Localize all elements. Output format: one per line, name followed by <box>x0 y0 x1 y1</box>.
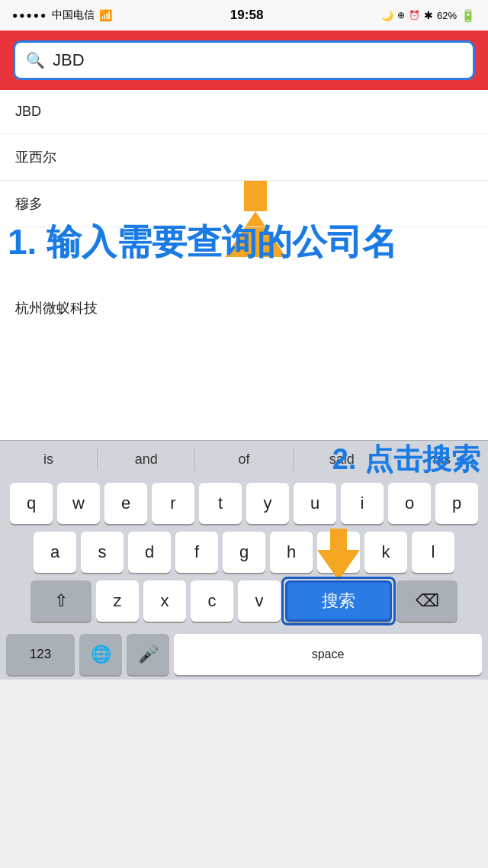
result-item-3[interactable]: 杭州微蚁科技 <box>15 299 98 317</box>
key-e[interactable]: e <box>104 483 147 524</box>
status-bar: ●●●●● 中国电信 📶 19:58 🌙 ⊕ ⏰ ✱ 62% 🔋 <box>0 0 488 31</box>
results-area: JBD 亚西尔 <box>0 90 488 181</box>
key-d[interactable]: d <box>128 532 171 573</box>
bluetooth-icon: ✱ <box>424 9 433 21</box>
key-v[interactable]: v <box>238 580 281 622</box>
battery-percent: 62% <box>437 10 457 21</box>
annotation-area: 穆多 1. 输入需要查询的公司名 杭州微蚁科技 <box>0 181 488 440</box>
search-box[interactable]: 🔍 JBD <box>13 40 475 80</box>
key-g[interactable]: g <box>223 532 265 573</box>
key-t[interactable]: t <box>199 483 242 524</box>
key-space[interactable]: space <box>174 634 482 675</box>
key-123[interactable]: 123 <box>6 634 75 675</box>
key-backspace[interactable]: ⌫ <box>396 580 458 622</box>
status-right: 🌙 ⊕ ⏰ ✱ 62% 🔋 <box>381 8 476 23</box>
annotation-1-number: 1. <box>8 222 37 262</box>
search-btn-container: 搜索 <box>285 580 392 622</box>
carrier-label: 中国电信 <box>52 8 95 22</box>
key-z[interactable]: z <box>96 580 139 622</box>
key-q[interactable]: q <box>10 483 53 524</box>
suggestion-of[interactable]: of <box>195 452 292 468</box>
key-c[interactable]: c <box>191 580 233 622</box>
wifi-icon: 📶 <box>99 9 112 21</box>
status-time: 19:58 <box>230 8 263 23</box>
result-item-1[interactable]: 亚西尔 <box>0 134 488 181</box>
key-i[interactable]: i <box>341 483 384 524</box>
key-u[interactable]: u <box>294 483 336 524</box>
key-k[interactable]: k <box>364 532 407 573</box>
search-input[interactable]: JBD <box>53 50 462 70</box>
key-mic[interactable]: 🎤 <box>127 634 169 675</box>
key-x[interactable]: x <box>143 580 186 622</box>
status-left: ●●●●● 中国电信 📶 <box>12 8 112 22</box>
annotation-2: 2. 点击搜索 <box>332 440 480 479</box>
signal-dots: ●●●●● <box>12 10 47 21</box>
location-icon: ⊕ <box>397 10 405 21</box>
alarm-icon: ⏰ <box>409 10 420 21</box>
search-button[interactable]: 搜索 <box>285 580 392 622</box>
search-area: 🔍 JBD <box>0 31 488 90</box>
search-btn-wrap: 搜索 <box>285 580 392 622</box>
key-w[interactable]: w <box>57 483 100 524</box>
keyboard-area: is and of said has 2. 点击搜索 q w e r t y u… <box>0 440 488 680</box>
key-r[interactable]: r <box>152 483 194 524</box>
annotation-1: 1. 输入需要查询的公司名 <box>8 219 397 266</box>
key-y[interactable]: y <box>246 483 289 524</box>
keyboard-row-1: q w e r t y u i o p <box>3 483 485 524</box>
key-a[interactable]: a <box>34 532 76 573</box>
suggestion-and[interactable]: and <box>98 452 194 468</box>
key-shift[interactable]: ⇧ <box>30 580 92 622</box>
key-h[interactable]: h <box>270 532 313 573</box>
keyboard-row-2: a s d f g h j k l <box>3 532 485 573</box>
key-s[interactable]: s <box>81 532 124 573</box>
keyboard-bottom-row: 123 🌐 🎤 space <box>0 629 488 680</box>
search-icon: 🔍 <box>26 51 45 69</box>
key-p[interactable]: p <box>435 483 478 524</box>
key-globe[interactable]: 🌐 <box>79 634 122 675</box>
battery-icon: 🔋 <box>461 8 476 23</box>
annotation-1-text: 输入需要查询的公司名 <box>47 222 397 262</box>
arrow2-stem <box>330 529 347 550</box>
suggestion-is[interactable]: is <box>0 452 97 468</box>
keyboard-rows: q w e r t y u i o p a s d f g h j k l ⇧ … <box>0 478 488 622</box>
result-item-0[interactable]: JBD <box>0 90 488 134</box>
step2-arrow <box>317 529 360 580</box>
arrow2-head <box>317 550 360 580</box>
moon-icon: 🌙 <box>381 10 393 21</box>
key-l[interactable]: l <box>412 532 454 573</box>
keyboard-row-3: ⇧ z x c v 搜索 ⌫ <box>3 580 485 622</box>
key-f[interactable]: f <box>175 532 218 573</box>
key-o[interactable]: o <box>388 483 431 524</box>
